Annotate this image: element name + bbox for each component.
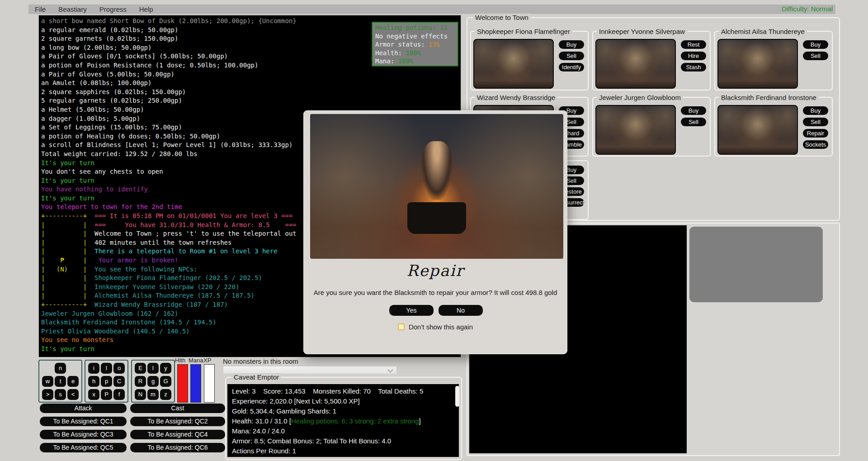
key-p[interactable]: p (101, 376, 112, 387)
stat-line: Unspent stat points: 5 (232, 456, 450, 457)
menu-bar: FileBeastiaryProgressHelp Difficulty: No… (28, 5, 835, 14)
cast-button[interactable]: Cast (130, 404, 225, 413)
key-h[interactable]: h (88, 376, 99, 387)
npc-card-blacksmith: Blacksmith Ferdinand IronstoneBuySellRep… (714, 97, 833, 157)
status-overlay-box: Healing potions: 11No negative effectsAr… (372, 22, 458, 67)
key-g[interactable]: g (147, 376, 159, 387)
npc-card-alchemist: Alchemist Ailsa ThundereyeBuySell (714, 31, 833, 90)
key->[interactable]: > (42, 389, 53, 400)
key-w[interactable]: w (42, 376, 53, 387)
key-x[interactable]: x (88, 389, 99, 400)
keypad-group-2: ilohpCxPf (85, 360, 128, 403)
buy-button[interactable]: Buy (803, 106, 828, 115)
keypad-row: Ely (135, 363, 171, 374)
key-l[interactable]: l (101, 363, 112, 374)
key-C[interactable]: C (113, 376, 125, 387)
quick-cast-button-5[interactable]: To Be Assigned: QC5 (40, 443, 127, 452)
npc-card-title: Shopkeeper Fiona Flamefinger (475, 28, 572, 35)
key-y[interactable]: y (160, 363, 171, 374)
quick-cast-button-1[interactable]: To Be Assigned: QC1 (40, 417, 127, 426)
no-button[interactable]: No (439, 305, 483, 316)
sell-button[interactable]: Sell (681, 118, 706, 126)
npc-card-title: Alchemist Ailsa Thundereye (719, 28, 807, 35)
key-G[interactable]: G (160, 376, 171, 387)
bar-label-hlth: Hlth (175, 357, 185, 364)
key-E[interactable]: E (135, 363, 146, 374)
key-f[interactable]: f (113, 389, 125, 400)
quick-cast-button-6[interactable]: To Be Assigned: QC6 (130, 443, 225, 452)
key-e[interactable]: e (67, 376, 79, 387)
npc-card-shopkeeper: Shopkeeper Fiona FlamefingerBuySellIdent… (470, 31, 589, 90)
quick-cast-button-2[interactable]: To Be Assigned: QC2 (130, 417, 225, 426)
minimap-placeholder (689, 227, 823, 302)
dialog-message: Are you sure you want the Blacksmith to … (303, 289, 567, 296)
key-<[interactable]: < (67, 389, 79, 400)
stash-button[interactable]: Stash (681, 63, 706, 71)
anvil-shape (407, 202, 466, 234)
npc-card-jeweler: Jeweler Jurgen GlowbloomBuySell (592, 97, 711, 157)
dont-show-checkbox[interactable] (398, 323, 405, 330)
npc-card-title: Jeweler Jurgen Glowbloom (597, 94, 683, 101)
stat-line: Experience: 2,020.0 [Next Lvl: 5,500.0 X… (232, 396, 450, 406)
blacksmith-figure (421, 141, 453, 200)
log-line: 5 regular garnets (0.02lbs; 250.00gp) (41, 96, 461, 105)
hlth-bar (177, 364, 188, 403)
sell-button[interactable]: Sell (803, 118, 828, 126)
key-n[interactable]: n (55, 363, 66, 374)
hire-button[interactable]: Hire (681, 52, 706, 60)
npc-card-title: Blacksmith Ferdinand Ironstone (719, 94, 819, 101)
key-P[interactable]: P (101, 389, 112, 400)
buy-button[interactable]: Buy (803, 40, 828, 49)
dont-show-row: Don't show this again (303, 323, 567, 331)
dialog-title: Repair (303, 261, 567, 280)
buy-button[interactable]: Buy (681, 106, 706, 115)
npc-portrait-image (473, 39, 554, 89)
chevron-down-icon (387, 367, 393, 373)
dont-show-label: Don't show this again (409, 323, 473, 331)
keypad-row: n (42, 363, 79, 374)
keypad-row: Nmz (135, 389, 171, 400)
town-panel-title: Welcome to Town (473, 14, 531, 21)
sockets-button[interactable]: Sockets (803, 140, 828, 149)
mana-bar (190, 364, 201, 403)
menu-item-progress[interactable]: Progress (93, 5, 133, 13)
sell-button[interactable]: Sell (803, 52, 828, 60)
attack-button[interactable]: Attack (40, 404, 127, 413)
menu-item-file[interactable]: File (28, 5, 52, 13)
status-line: Health: 100% (375, 49, 458, 57)
key-s[interactable]: s (55, 389, 66, 400)
key-l[interactable]: l (147, 363, 159, 374)
repair-button[interactable]: Repair (803, 129, 828, 138)
keypad-row: ilo (88, 363, 125, 374)
status-line: Mana: 100% (375, 57, 458, 66)
key-N[interactable]: N (135, 389, 146, 400)
identify-button[interactable]: Identify (559, 63, 584, 71)
key-z[interactable]: z (160, 389, 171, 400)
npc-portrait-image (595, 39, 676, 89)
menu-item-beastiary[interactable]: Beastiary (52, 5, 93, 13)
yes-button[interactable]: Yes (389, 305, 434, 316)
key-t[interactable]: t (55, 376, 66, 387)
key-o[interactable]: o (113, 363, 125, 374)
quick-cast-button-3[interactable]: To Be Assigned: QC3 (40, 430, 127, 439)
menu-item-help[interactable]: Help (133, 5, 160, 13)
stats-scrollbar-thumb[interactable] (455, 386, 459, 407)
npc-card-title: Wizard Wendy Brassridge (475, 94, 557, 101)
quick-cast-button-4[interactable]: To Be Assigned: QC4 (130, 430, 225, 439)
sell-button[interactable]: Sell (559, 52, 584, 60)
key-R[interactable]: R (135, 376, 146, 387)
keypad-row: RgG (135, 376, 171, 387)
bar-label-mana: Mana (189, 357, 203, 364)
keypad-group-1: nwte>s< (38, 360, 82, 403)
npc-portrait-image (717, 39, 798, 89)
keypad-row: hpC (88, 376, 125, 387)
npc-portrait-image (595, 105, 676, 155)
key-m[interactable]: m (147, 389, 159, 400)
xp-bar (204, 364, 215, 403)
buy-button[interactable]: Buy (559, 40, 584, 49)
rest-button[interactable]: Rest (681, 40, 706, 49)
status-line: Healing potions: 11 (375, 24, 458, 32)
character-name: Caveat Emptor (231, 373, 281, 381)
stat-line: Armor: 8.5; Combat Bonus: 2; Total To Hi… (232, 436, 450, 446)
key-i[interactable]: i (88, 363, 99, 374)
